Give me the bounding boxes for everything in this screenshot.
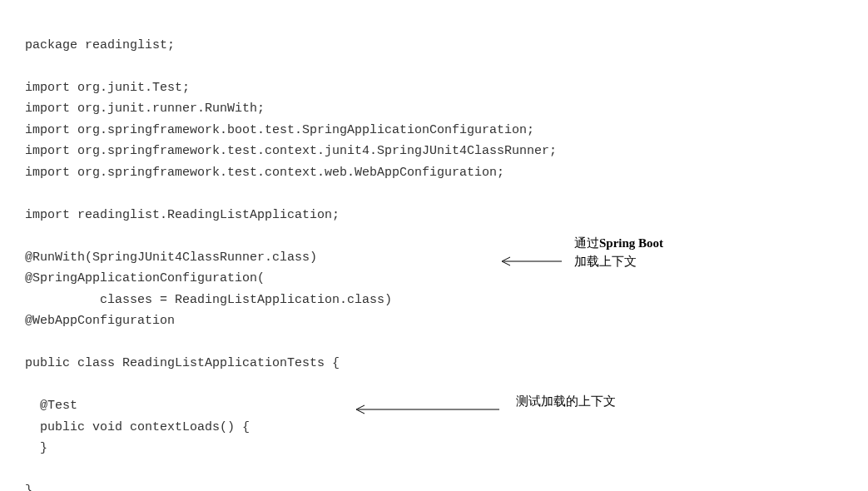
code-line: @SpringApplicationConfiguration( <box>25 271 265 285</box>
code-line: @WebAppConfiguration <box>25 314 175 328</box>
annotation-text-bold: Spring Boot <box>599 236 663 250</box>
code-line: @Test <box>25 399 77 413</box>
annotation-test-context: 测试加载的上下文 <box>516 391 616 413</box>
code-line: public class ReadingListApplicationTests… <box>25 356 340 370</box>
code-listing: package readinglist; import org.junit.Te… <box>25 13 843 491</box>
code-line: package readinglist; <box>25 38 175 52</box>
code-line: @RunWith(SpringJUnit4ClassRunner.class) <box>25 250 317 265</box>
code-line: } <box>25 484 32 491</box>
code-line: public void contextLoads() { <box>25 420 250 434</box>
code-line: import org.springframework.test.context.… <box>25 144 557 158</box>
code-line: classes = ReadingListApplication.class) <box>25 293 392 307</box>
code-line: import org.junit.runner.RunWith; <box>25 102 265 116</box>
code-line: import org.springframework.boot.test.Spr… <box>25 123 534 137</box>
arrow-icon <box>495 256 562 266</box>
code-line: import readinglist.ReadingListApplicatio… <box>25 208 340 222</box>
code-line: import org.junit.Test; <box>25 81 190 95</box>
arrow-icon <box>350 404 499 414</box>
code-line: } <box>25 441 47 455</box>
code-line: import org.springframework.test.context.… <box>25 166 504 180</box>
annotation-load-context: 加载上下文 <box>574 251 637 273</box>
annotation-text: 通过 <box>574 236 599 250</box>
